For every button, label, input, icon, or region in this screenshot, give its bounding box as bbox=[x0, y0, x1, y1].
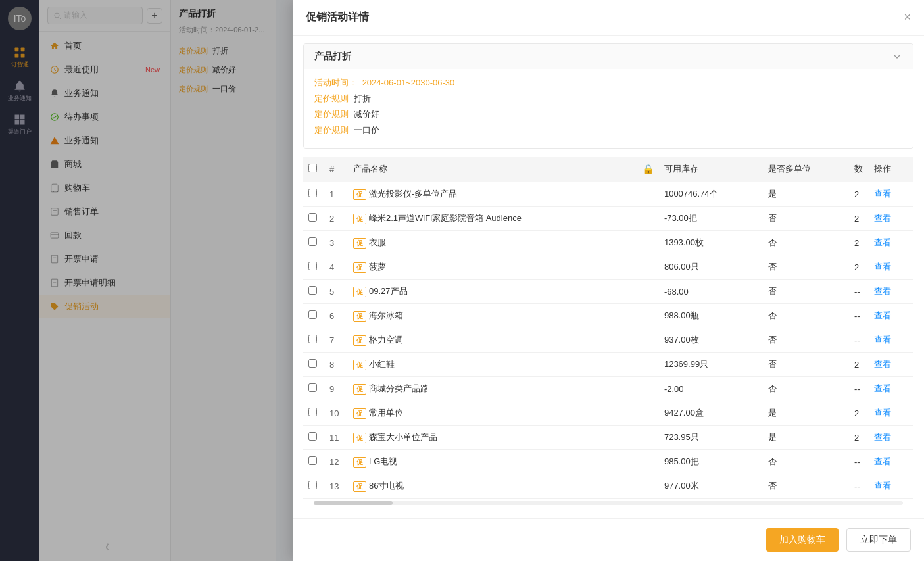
row-checkbox-cell bbox=[303, 426, 324, 450]
promo-tag-12: 促 bbox=[353, 481, 366, 492]
row-lock-3 bbox=[637, 255, 659, 280]
promo-tag-8: 促 bbox=[353, 384, 366, 395]
add-to-cart-button[interactable]: 加入购物车 bbox=[766, 528, 839, 552]
row-checkbox-cell bbox=[303, 207, 324, 231]
row-checkbox-3[interactable] bbox=[308, 262, 317, 270]
view-link-5[interactable]: 查看 bbox=[874, 310, 891, 320]
time-label: 活动时间： bbox=[314, 78, 357, 87]
table-header-row: # 产品名称 🔒 可用库存 是否多单位 数 操作 bbox=[303, 157, 913, 182]
row-num-5: 6 bbox=[324, 304, 348, 328]
promo-info-section: 产品打折 活动时间： 2024-06-01~2030-06-30 定价规则 打折… bbox=[303, 43, 913, 149]
view-link-9[interactable]: 查看 bbox=[874, 408, 891, 418]
row-checkbox-12[interactable] bbox=[308, 481, 317, 489]
row-checkbox-1[interactable] bbox=[308, 213, 317, 222]
row-stock-4: -68.00 bbox=[659, 280, 763, 304]
row-action-2[interactable]: 查看 bbox=[869, 231, 913, 255]
row-lock-2 bbox=[637, 231, 659, 255]
view-link-2[interactable]: 查看 bbox=[874, 237, 891, 247]
close-button[interactable]: × bbox=[904, 11, 911, 24]
view-link-3[interactable]: 查看 bbox=[874, 262, 891, 272]
row-checkbox-5[interactable] bbox=[308, 310, 317, 319]
row-name-2: 促衣服 bbox=[348, 231, 637, 255]
row-name-12: 促86寸电视 bbox=[348, 474, 637, 499]
view-link-0[interactable]: 查看 bbox=[874, 189, 891, 199]
row-checkbox-4[interactable] bbox=[308, 286, 317, 295]
row-num-10: 11 bbox=[324, 426, 348, 450]
row-num-6: 7 bbox=[324, 328, 348, 353]
view-link-8[interactable]: 查看 bbox=[874, 383, 891, 393]
promo-rule-row-1: 定价规则 减价好 bbox=[314, 109, 902, 120]
row-checkbox-6[interactable] bbox=[308, 335, 317, 343]
row-checkbox-8[interactable] bbox=[308, 383, 317, 392]
row-action-6[interactable]: 查看 bbox=[869, 328, 913, 353]
row-checkbox-cell bbox=[303, 450, 324, 474]
promo-tag-7: 促 bbox=[353, 360, 366, 370]
row-num-4: 5 bbox=[324, 280, 348, 304]
row-count-10: 2 bbox=[849, 426, 869, 450]
row-checkbox-0[interactable] bbox=[308, 189, 317, 197]
view-link-4[interactable]: 查看 bbox=[874, 286, 891, 296]
row-action-11[interactable]: 查看 bbox=[869, 450, 913, 474]
promo-tag-9: 促 bbox=[353, 408, 366, 419]
row-count-3: 2 bbox=[849, 255, 869, 280]
row-action-3[interactable]: 查看 bbox=[869, 255, 913, 280]
row-multiunit-6: 否 bbox=[763, 328, 849, 353]
row-count-2: 2 bbox=[849, 231, 869, 255]
row-checkbox-9[interactable] bbox=[308, 408, 317, 416]
order-now-button[interactable]: 立即下单 bbox=[846, 528, 911, 552]
promo-tag-4: 促 bbox=[353, 287, 366, 297]
row-count-6: -- bbox=[849, 328, 869, 353]
view-link-10[interactable]: 查看 bbox=[874, 432, 891, 442]
row-checkbox-2[interactable] bbox=[308, 237, 317, 246]
promo-info-body: 活动时间： 2024-06-01~2030-06-30 定价规则 打折 定价规则… bbox=[304, 69, 913, 148]
row-action-4[interactable]: 查看 bbox=[869, 280, 913, 304]
row-count-7: 2 bbox=[849, 353, 869, 377]
row-name-10: 促森宝大小单位产品 bbox=[348, 426, 637, 450]
row-multiunit-1: 否 bbox=[763, 207, 849, 231]
row-count-11: -- bbox=[849, 450, 869, 474]
row-name-0: 促激光投影仪-多单位产品 bbox=[348, 182, 637, 207]
row-num-3: 4 bbox=[324, 255, 348, 280]
rule-info-value-0: 打折 bbox=[354, 93, 371, 103]
rule-info-label-2: 定价规则 bbox=[314, 125, 349, 135]
row-name-7: 促小红鞋 bbox=[348, 353, 637, 377]
row-name-5: 促海尔冰箱 bbox=[348, 304, 637, 328]
table-row: 3 促衣服 1393.00枚 否 2 查看 bbox=[303, 231, 913, 255]
row-action-1[interactable]: 查看 bbox=[869, 207, 913, 231]
row-num-8: 9 bbox=[324, 377, 348, 401]
row-checkbox-10[interactable] bbox=[308, 432, 317, 441]
row-action-12[interactable]: 查看 bbox=[869, 474, 913, 499]
row-stock-2: 1393.00枚 bbox=[659, 231, 763, 255]
row-stock-7: 12369.99只 bbox=[659, 353, 763, 377]
view-link-12[interactable]: 查看 bbox=[874, 481, 891, 491]
view-link-1[interactable]: 查看 bbox=[874, 213, 891, 223]
row-checkbox-11[interactable] bbox=[308, 456, 317, 465]
row-multiunit-10: 是 bbox=[763, 426, 849, 450]
row-name-6: 促格力空调 bbox=[348, 328, 637, 353]
row-lock-0 bbox=[637, 182, 659, 207]
row-lock-8 bbox=[637, 377, 659, 401]
row-stock-12: 977.00米 bbox=[659, 474, 763, 499]
row-stock-9: 9427.00盒 bbox=[659, 401, 763, 426]
row-action-0[interactable]: 查看 bbox=[869, 182, 913, 207]
row-action-8[interactable]: 查看 bbox=[869, 377, 913, 401]
row-count-0: 2 bbox=[849, 182, 869, 207]
row-action-9[interactable]: 查看 bbox=[869, 401, 913, 426]
row-name-4: 促09.27产品 bbox=[348, 280, 637, 304]
select-all-checkbox[interactable] bbox=[308, 164, 317, 172]
row-stock-5: 988.00瓶 bbox=[659, 304, 763, 328]
promo-info-header[interactable]: 产品打折 bbox=[304, 44, 913, 69]
row-lock-12 bbox=[637, 474, 659, 499]
view-link-7[interactable]: 查看 bbox=[874, 359, 891, 369]
row-checkbox-7[interactable] bbox=[308, 359, 317, 368]
view-link-11[interactable]: 查看 bbox=[874, 456, 891, 466]
table-row: 7 促格力空调 937.00枚 否 -- 查看 bbox=[303, 328, 913, 353]
row-action-7[interactable]: 查看 bbox=[869, 353, 913, 377]
table-row: 5 促09.27产品 -68.00 否 -- 查看 bbox=[303, 280, 913, 304]
row-action-10[interactable]: 查看 bbox=[869, 426, 913, 450]
horizontal-scrollbar[interactable] bbox=[314, 501, 903, 505]
view-link-6[interactable]: 查看 bbox=[874, 335, 891, 345]
promo-tag-0: 促 bbox=[353, 189, 366, 200]
row-lock-10 bbox=[637, 426, 659, 450]
row-action-5[interactable]: 查看 bbox=[869, 304, 913, 328]
